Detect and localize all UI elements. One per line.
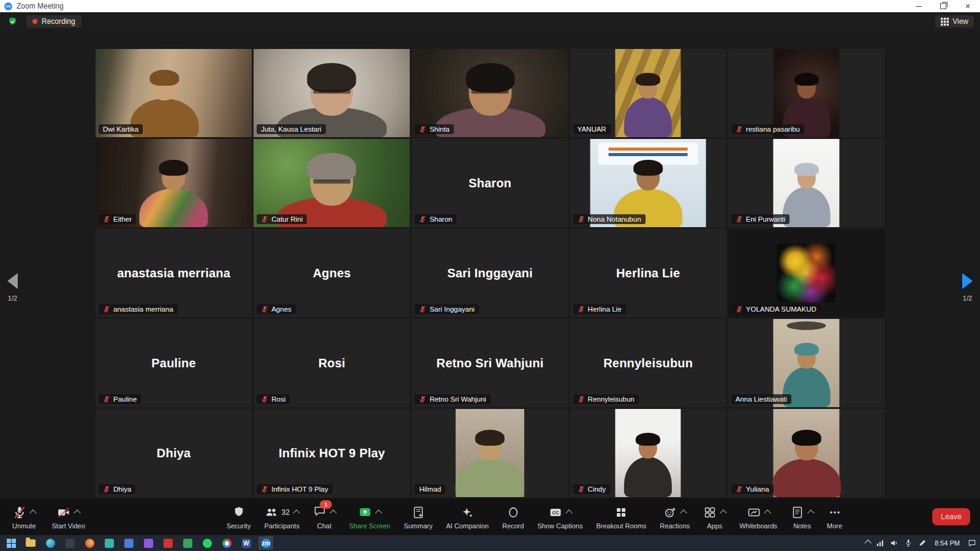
participant-tile[interactable]: Rennyleisubun Rennyleisubun (570, 319, 726, 407)
participant-tile[interactable]: Agnes Agnes (254, 229, 410, 317)
mic-muted-icon (261, 395, 268, 403)
chevron-up-icon[interactable] (680, 509, 687, 516)
reactions-button[interactable]: Reactions (656, 498, 693, 535)
taskbar-clock[interactable]: 8:54 PM (932, 539, 962, 547)
chat-button[interactable]: 1 Chat (309, 498, 339, 535)
notes-button[interactable]: Notes (787, 498, 817, 535)
recording-indicator: Recording (26, 15, 81, 28)
window-title: Zoom Meeting (17, 2, 64, 10)
start-button[interactable] (4, 536, 18, 550)
participant-tile[interactable]: Pauline Pauline (96, 319, 252, 407)
breakout-rooms-icon (614, 506, 628, 519)
pen-icon[interactable] (918, 539, 927, 547)
volume-icon[interactable] (890, 539, 899, 547)
breakout-rooms-button[interactable]: Breakout Rooms (592, 498, 650, 535)
participant-name-label: Catur Rini (257, 214, 307, 224)
taskbar-app-icon[interactable] (141, 536, 156, 550)
participant-name-label: Herlina Lie (573, 304, 626, 314)
reactions-smiley-icon (663, 506, 677, 519)
participant-tile[interactable]: Shinta (412, 49, 568, 137)
participant-tile[interactable]: restiana pasaribu (728, 49, 884, 137)
apps-icon (703, 506, 717, 519)
closed-captions-icon (549, 506, 562, 519)
participant-tile[interactable]: Herlina Lie Herlina Lie (570, 229, 726, 317)
taskbar-app-icon[interactable] (180, 536, 195, 550)
apps-button[interactable]: Apps (699, 498, 729, 535)
chevron-up-icon[interactable] (764, 509, 771, 516)
taskbar-app-icon[interactable] (102, 536, 116, 550)
chrome-icon[interactable] (219, 536, 234, 550)
participant-tile[interactable]: Nona Notanubun (570, 139, 726, 227)
whiteboard-icon (747, 506, 761, 519)
ai-companion-button[interactable]: AI Companion (442, 498, 492, 535)
participant-name-label: Nona Notanubun (573, 214, 646, 224)
chevron-up-icon[interactable] (29, 509, 36, 516)
taskbar-app-icon[interactable] (160, 536, 175, 550)
close-button[interactable]: ✕ (956, 0, 980, 12)
chevron-up-icon[interactable] (807, 509, 814, 516)
mic-muted-icon (103, 485, 110, 493)
start-video-button[interactable]: Start Video (48, 498, 89, 535)
participants-button[interactable]: 32 Participants (260, 498, 303, 535)
camera-off-icon (57, 506, 70, 519)
taskbar-app-icon[interactable] (121, 536, 136, 550)
chevron-up-icon[interactable] (720, 509, 727, 516)
participant-tile[interactable]: anastasia merriana anastasia merriana (96, 229, 252, 317)
view-button[interactable]: View (935, 15, 974, 28)
security-button[interactable]: Security (223, 498, 255, 535)
microphone-tray-icon[interactable] (904, 539, 913, 547)
chevron-up-icon[interactable] (375, 509, 382, 516)
participant-tile[interactable]: Dwi Kartika (96, 49, 252, 137)
summary-button[interactable]: Summary (400, 498, 436, 535)
participant-name-label: Agnes (257, 304, 296, 314)
word-icon[interactable]: W (239, 536, 254, 550)
chevron-up-icon[interactable] (565, 509, 572, 516)
restore-button[interactable] (931, 0, 956, 12)
taskbar-app-icon[interactable] (62, 536, 77, 550)
participant-name-label: restiana pasaribu (731, 124, 804, 134)
spotify-icon[interactable] (200, 536, 214, 550)
firefox-icon[interactable] (82, 536, 97, 550)
share-screen-button[interactable]: Share Screen (345, 498, 394, 535)
participant-tile[interactable]: Dhiya Dhiya (96, 409, 252, 497)
participant-tile[interactable]: YOLANDA SUMAKUD (728, 229, 884, 317)
participant-tile[interactable]: Catur Rini (254, 139, 410, 227)
more-button[interactable]: More (823, 498, 846, 535)
edge-icon[interactable] (43, 536, 58, 550)
mic-muted-icon (103, 395, 110, 403)
previous-page-button[interactable]: 1/2 (7, 273, 18, 302)
participant-tile[interactable]: Cindy (570, 409, 726, 497)
record-button[interactable]: Record (499, 498, 527, 535)
tray-chevron-up-icon[interactable] (864, 539, 871, 546)
participant-tile[interactable]: Rosi Rosi (254, 319, 410, 407)
file-explorer-icon[interactable] (23, 536, 38, 550)
next-page-button[interactable]: 1/2 (962, 273, 973, 302)
participant-tile-active-speaker[interactable]: Juta, Kausa Lestari (254, 49, 410, 137)
chevron-up-icon[interactable] (330, 509, 336, 516)
mic-muted-icon (578, 216, 585, 223)
participant-tile[interactable]: Sari Inggayani Sari Inggayani (412, 229, 568, 317)
chevron-up-icon[interactable] (293, 509, 300, 516)
participant-tile[interactable]: Anna Liestiawati (728, 319, 884, 407)
participant-tile[interactable]: Infinix HOT 9 Play Infinix HOT 9 Play (254, 409, 410, 497)
participant-tile[interactable]: Retno Sri Wahjuni Retno Sri Wahjuni (412, 319, 568, 407)
unmute-button[interactable]: Unmute (9, 498, 40, 535)
participants-count: 32 (281, 508, 289, 517)
mic-muted-icon (419, 395, 426, 403)
show-captions-button[interactable]: Show Captions (533, 498, 586, 535)
participant-tile[interactable]: Yuliana (728, 409, 884, 497)
network-icon[interactable] (876, 539, 884, 547)
participant-tile[interactable]: Eni Purwanti (728, 139, 884, 227)
mic-muted-icon (261, 305, 268, 313)
participant-tile[interactable]: YANUAR (570, 49, 726, 137)
leave-button[interactable]: Leave (932, 508, 970, 525)
participant-tile[interactable]: Sharon Sharon (412, 139, 568, 227)
chevron-up-icon[interactable] (74, 509, 80, 516)
participant-tile[interactable]: Either (96, 139, 252, 227)
minimize-button[interactable] (907, 0, 931, 12)
zoom-taskbar-icon[interactable]: zm (258, 536, 273, 550)
participant-tile[interactable]: Hilmad (412, 409, 568, 497)
action-center-icon[interactable] (968, 539, 976, 547)
whiteboards-button[interactable]: Whiteboards (736, 498, 781, 535)
mic-muted-icon (261, 216, 268, 223)
